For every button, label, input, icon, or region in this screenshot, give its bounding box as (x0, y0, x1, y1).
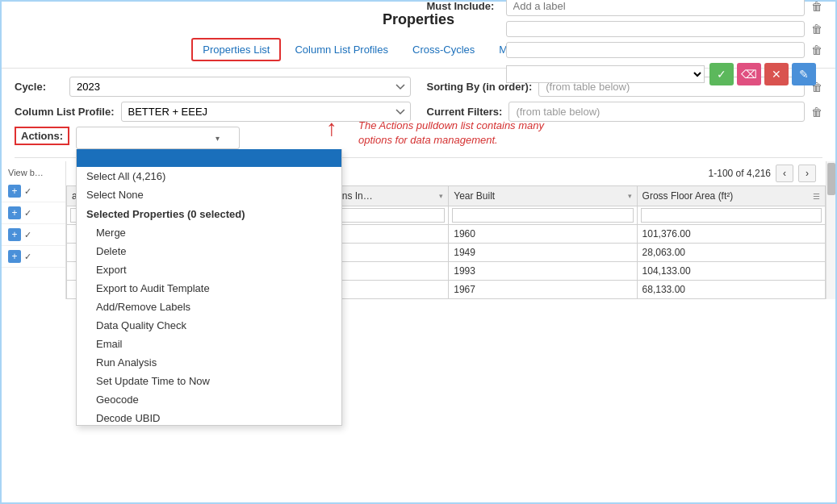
col-header-gross-floor: Gross Floor Area (ft²) ☰ (637, 186, 825, 206)
dropdown-item-geocode[interactable]: Geocode (77, 390, 341, 409)
prev-page-button[interactable]: ‹ (776, 165, 793, 182)
dropdown-item-run-analysis[interactable]: Run Analysis (77, 353, 341, 372)
sidebar-row-2: + ✓ (2, 202, 65, 224)
check-icon-1: ✓ (24, 186, 31, 197)
chevron-down-icon: ▾ (216, 134, 220, 143)
dropdown-item-decode-ubid[interactable]: Decode UBID (77, 409, 341, 425)
extra-select-row: ✓ ⌫ ✕ ✎ (506, 63, 817, 85)
cell-gross-floor-1: 101,376.00 (637, 225, 825, 244)
action-buttons: ✓ ⌫ ✕ ✎ (709, 63, 816, 85)
check-icon-3: ✓ (24, 230, 31, 240)
dropdown-scroll-area[interactable]: Select All (4,216) Select None Selected … (77, 167, 341, 425)
col-ghg-intensity-sort-icon[interactable]: ▾ (439, 192, 443, 200)
cell-year-built-2: 1949 (449, 244, 637, 262)
scroll-handle[interactable] (827, 163, 835, 195)
filter-year-built-input[interactable] (452, 208, 633, 223)
actions-dropdown-container: ▾ Select All (4,216) Select None Selecte… (76, 127, 240, 149)
col-header-year-built: Year Built ▾ (449, 186, 637, 206)
extra-row-3: ✓ ⌫ ✕ ✎ (427, 63, 823, 85)
dropdown-header-blue (77, 149, 341, 167)
column-profile-select[interactable]: BETTER + EEEJ (121, 102, 411, 122)
sidebar-row-3: + ✓ (2, 224, 65, 246)
dropdown-item-merge[interactable]: Merge (77, 223, 341, 242)
cell-gross-floor-3: 104,133.00 (637, 262, 825, 281)
cell-year-built-3: 1993 (449, 262, 637, 281)
cycle-row: Cycle: 2023 (15, 77, 411, 97)
col-gross-floor-label: Gross Floor Area (ft²) (642, 190, 734, 202)
plus-icon-3[interactable]: + (8, 228, 21, 241)
cell-gross-floor-2: 28,063.00 (637, 244, 825, 262)
col-year-built-label: Year Built (454, 190, 495, 202)
plus-icon-1[interactable]: + (8, 185, 21, 198)
filter-gross-floor (637, 206, 825, 225)
dropdown-item-add-remove-labels[interactable]: Add/Remove Labels (77, 298, 341, 316)
cell-year-built-4: 1967 (449, 281, 637, 299)
extra-trash-2[interactable]: 🗑 (811, 44, 822, 56)
must-include-label: Must Include: (427, 0, 500, 12)
right-scrollbar[interactable] (826, 161, 835, 299)
cycle-select[interactable]: 2023 (69, 77, 411, 97)
right-form-extra: Must Include: 🗑 🗑 🗑 ✓ (427, 0, 823, 149)
plus-icon-2[interactable]: + (8, 206, 21, 219)
check-icon-2: ✓ (24, 208, 31, 219)
dropdown-section-selected-properties: Selected Properties (0 selected) (77, 204, 341, 223)
cycle-label: Cycle: (15, 81, 63, 93)
extra-input-1[interactable] (506, 21, 806, 37)
delete-button[interactable]: ✕ (764, 63, 789, 85)
sidebar-row-4: + ✓ (2, 246, 65, 268)
column-profile-label: Column List Profile: (15, 106, 115, 118)
edit-button[interactable]: ✎ (792, 63, 816, 85)
dropdown-item-export-audit[interactable]: Export to Audit Template (77, 279, 341, 298)
extra-select-3[interactable] (506, 65, 705, 83)
extra-row-2: 🗑 (427, 42, 823, 58)
must-include-trash-icon[interactable]: 🗑 (811, 0, 822, 13)
actions-dropdown-menu: Select All (4,216) Select None Selected … (76, 149, 342, 426)
left-sidebar: View b… + ✓ + ✓ + ✓ + ✓ (2, 161, 66, 299)
actions-dropdown-trigger[interactable]: ▾ (76, 127, 240, 149)
cell-year-built-1: 1960 (449, 225, 637, 244)
must-include-row: Must Include: 🗑 (427, 0, 823, 16)
dropdown-item-delete[interactable]: Delete (77, 242, 341, 260)
dropdown-item-select-none[interactable]: Select None (77, 185, 341, 204)
dropdown-item-data-quality[interactable]: Data Quality Check (77, 316, 341, 335)
view-by-label: View b… (2, 165, 65, 181)
pagination-info: 1-100 of 4,216 (709, 168, 771, 179)
must-include-input[interactable] (506, 0, 806, 16)
actions-label: Actions: (15, 127, 69, 145)
confirm-button[interactable]: ✓ (709, 63, 734, 85)
erase-button[interactable]: ⌫ (737, 63, 761, 85)
dropdown-item-export[interactable]: Export (77, 260, 341, 279)
sidebar-rows: + ✓ + ✓ + ✓ + ✓ (2, 181, 65, 268)
plus-icon-4[interactable]: + (8, 250, 21, 263)
extra-input-2[interactable] (506, 42, 806, 58)
filter-year-built (449, 206, 637, 225)
extra-trash-1[interactable]: 🗑 (811, 23, 822, 35)
tab-properties-list[interactable]: Properties List (191, 38, 281, 61)
tab-column-list-profiles[interactable]: Column List Profiles (284, 39, 399, 60)
sidebar-row-1: + ✓ (2, 181, 65, 202)
dropdown-item-email[interactable]: Email (77, 335, 341, 353)
filter-gross-floor-input[interactable] (641, 208, 822, 223)
dropdown-item-select-all[interactable]: Select All (4,216) (77, 167, 341, 185)
dropdown-item-set-update-time[interactable]: Set Update Time to Now (77, 372, 341, 390)
cell-gross-floor-4: 68,133.00 (637, 281, 825, 299)
form-area: Cycle: 2023 Sorting By (in order): (from… (2, 69, 835, 154)
col-gross-floor-menu-icon[interactable]: ☰ (813, 192, 820, 201)
check-icon-4: ✓ (24, 252, 31, 262)
extra-row-1: 🗑 (427, 21, 823, 37)
actions-row: Actions: ▾ Select All (4,216) Select Non… (15, 127, 411, 149)
col-year-built-sort-icon[interactable]: ▾ (628, 192, 632, 200)
next-page-button[interactable]: › (798, 165, 816, 182)
column-profile-row: Column List Profile: BETTER + EEEJ (15, 102, 411, 122)
